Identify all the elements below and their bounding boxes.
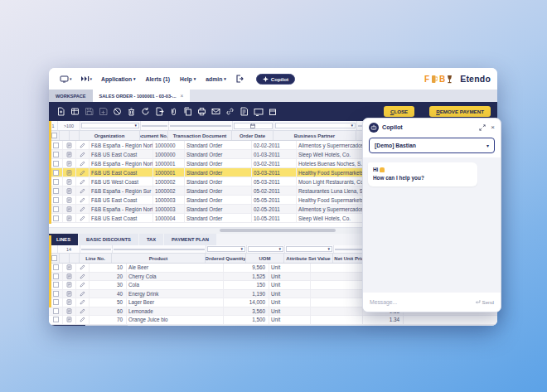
tab-payment-plan[interactable]: PAYMENT PLAN bbox=[164, 234, 216, 245]
row-edit-button[interactable] bbox=[76, 186, 90, 195]
assistant-select[interactable]: [Demo] Bastian ▾ bbox=[369, 138, 495, 153]
row-edit-button[interactable] bbox=[76, 281, 90, 289]
clone-button[interactable] bbox=[181, 105, 195, 118]
attachment-button[interactable] bbox=[167, 105, 181, 118]
tab-intrastat[interactable]: INTRASTAT bbox=[86, 325, 128, 327]
col-document-no[interactable]: Document No.▲ bbox=[140, 131, 168, 140]
filter-transaction-document[interactable] bbox=[169, 121, 233, 130]
message-input[interactable]: Message... bbox=[370, 299, 397, 305]
row-edit-button[interactable] bbox=[76, 316, 90, 324]
row-form-button[interactable] bbox=[63, 290, 76, 298]
menu-help[interactable]: Help▾ bbox=[180, 76, 196, 82]
row-form-button[interactable] bbox=[63, 186, 76, 195]
close-tab-icon[interactable]: × bbox=[181, 93, 184, 99]
col-business-partner[interactable]: Business Partner bbox=[274, 131, 356, 140]
tab-lines[interactable]: LINES bbox=[49, 234, 78, 245]
email-button[interactable] bbox=[209, 105, 223, 118]
row-checkbox[interactable] bbox=[49, 307, 63, 316]
filter-ordered-quantity[interactable]: ▾ bbox=[206, 245, 247, 253]
row-edit-button[interactable] bbox=[76, 168, 90, 177]
menu-alerts[interactable]: Alerts (1) bbox=[146, 76, 170, 82]
row-form-button[interactable] bbox=[63, 205, 76, 213]
close-panel-icon[interactable]: × bbox=[491, 124, 495, 131]
filter-product[interactable] bbox=[113, 245, 206, 253]
row-form-button[interactable] bbox=[63, 159, 76, 167]
audit-button[interactable] bbox=[237, 105, 251, 118]
menu-admin[interactable]: admin▾ bbox=[206, 76, 226, 82]
row-edit-button[interactable] bbox=[76, 298, 90, 307]
row-form-button[interactable] bbox=[63, 214, 76, 222]
row-edit-button[interactable] bbox=[76, 307, 90, 316]
row-form-button[interactable] bbox=[63, 168, 76, 177]
col-order-date[interactable]: Order Date bbox=[232, 131, 274, 140]
col-ordered-quantity[interactable]: Ordered Quantity bbox=[206, 254, 246, 263]
view-selector-button[interactable]: ▾ bbox=[60, 75, 72, 83]
remove-payment-button[interactable]: REMOVE PAYMENT bbox=[429, 106, 491, 117]
row-edit-button[interactable] bbox=[76, 159, 90, 167]
col-uom[interactable]: UOM bbox=[246, 254, 284, 263]
open-form-icon bbox=[66, 264, 72, 270]
col-line-no[interactable]: Line No. bbox=[80, 254, 112, 263]
row-edit-button[interactable] bbox=[76, 177, 90, 186]
row-form-button[interactable] bbox=[63, 273, 76, 281]
table-row[interactable]: 70Orange Juice bio1,500Unit1.34 bbox=[49, 316, 497, 325]
tab-basic-discounts[interactable]: BASIC DISCOUNTS bbox=[79, 234, 138, 245]
tab-sales-order[interactable]: SALES ORDER - 1000001 - 03-03-... × bbox=[93, 90, 191, 102]
tab-tax[interactable]: TAX bbox=[139, 234, 163, 245]
row-form-button[interactable] bbox=[63, 316, 76, 324]
row-edit-button[interactable] bbox=[76, 196, 90, 204]
delete-button[interactable] bbox=[124, 105, 138, 118]
row-form-button[interactable] bbox=[63, 298, 76, 307]
edit-pencil-icon bbox=[80, 282, 85, 288]
row-checkbox[interactable] bbox=[49, 316, 63, 324]
filter-line-no[interactable] bbox=[80, 245, 113, 253]
export-button[interactable] bbox=[152, 105, 167, 118]
row-edit-button[interactable] bbox=[76, 205, 90, 213]
save-button[interactable] bbox=[82, 105, 96, 118]
link-button[interactable] bbox=[223, 105, 237, 118]
print-button[interactable] bbox=[195, 105, 209, 118]
refresh-button[interactable] bbox=[138, 105, 152, 118]
filter-order-date[interactable] bbox=[233, 121, 274, 130]
filter-organization[interactable]: ▾ bbox=[80, 121, 141, 130]
row-form-button[interactable] bbox=[63, 196, 76, 204]
row-form-button[interactable] bbox=[63, 264, 76, 272]
tab-line-tax[interactable]: LINE TAX bbox=[49, 325, 85, 327]
maximize-icon[interactable] bbox=[479, 124, 486, 131]
save-and-new-button[interactable] bbox=[96, 105, 110, 118]
filter-document-no[interactable] bbox=[141, 121, 169, 130]
tab-navigation-button[interactable]: ▾ bbox=[80, 75, 93, 82]
row-edit-button[interactable] bbox=[76, 141, 90, 149]
row-edit-button[interactable] bbox=[76, 273, 90, 281]
form-view-button[interactable] bbox=[251, 105, 265, 118]
row-form-button[interactable] bbox=[63, 150, 76, 158]
filter-business-partner[interactable]: ▾ bbox=[274, 121, 357, 130]
col-transaction-document[interactable]: Transaction Document bbox=[168, 131, 232, 140]
col-organization[interactable]: Organization bbox=[80, 131, 140, 140]
close-button[interactable]: CLOSE bbox=[384, 106, 414, 117]
copilot-launch-button[interactable]: Copilot bbox=[256, 74, 295, 85]
logout-button[interactable] bbox=[235, 75, 244, 83]
cell-order-date: 01-03-2011 bbox=[252, 150, 297, 158]
scrollbar-thumb[interactable] bbox=[220, 229, 336, 232]
chevron-down-icon: ▾ bbox=[133, 77, 136, 81]
tree-view-button[interactable] bbox=[265, 105, 279, 118]
filter-uom[interactable]: ▾ bbox=[247, 245, 285, 253]
row-form-button[interactable] bbox=[63, 177, 76, 186]
col-attribute-set-value[interactable]: Attribute Set Value bbox=[284, 254, 333, 263]
undo-button[interactable] bbox=[110, 105, 124, 118]
row-edit-button[interactable] bbox=[76, 150, 90, 158]
send-button[interactable]: Send bbox=[475, 299, 494, 305]
col-product[interactable]: Product bbox=[112, 254, 206, 263]
row-form-button[interactable] bbox=[63, 141, 76, 149]
new-record-button[interactable] bbox=[54, 105, 68, 118]
row-edit-button[interactable] bbox=[76, 290, 90, 298]
row-form-button[interactable] bbox=[63, 307, 76, 316]
menu-application[interactable]: Application▾ bbox=[101, 76, 136, 82]
grid-save-button[interactable] bbox=[68, 105, 82, 118]
row-edit-button[interactable] bbox=[76, 214, 90, 222]
row-edit-button[interactable] bbox=[76, 264, 90, 272]
row-form-button[interactable] bbox=[63, 281, 76, 289]
tab-workspace[interactable]: WORKSPACE bbox=[49, 90, 93, 102]
filter-attribute-set-value[interactable]: ▾ bbox=[285, 245, 334, 253]
